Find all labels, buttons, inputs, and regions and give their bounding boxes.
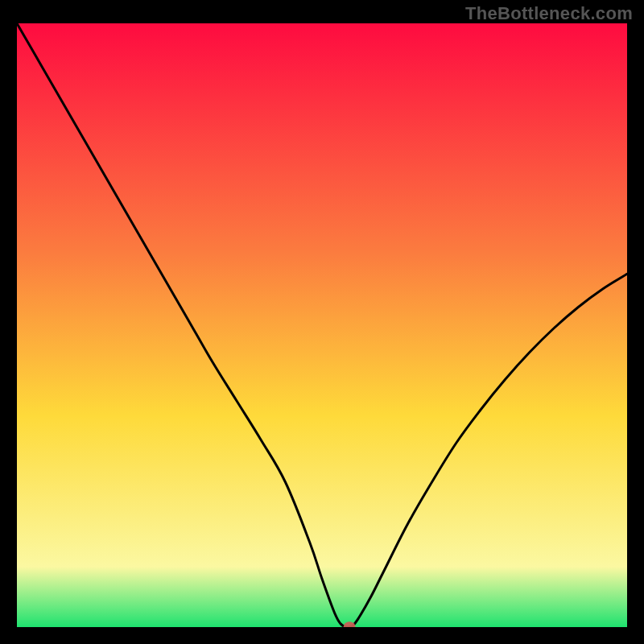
plot-area <box>17 23 627 627</box>
watermark-text: TheBottleneck.com <box>465 3 633 24</box>
gradient-background <box>17 23 627 627</box>
plot-svg <box>17 23 627 627</box>
chart-frame: TheBottleneck.com <box>0 0 644 644</box>
